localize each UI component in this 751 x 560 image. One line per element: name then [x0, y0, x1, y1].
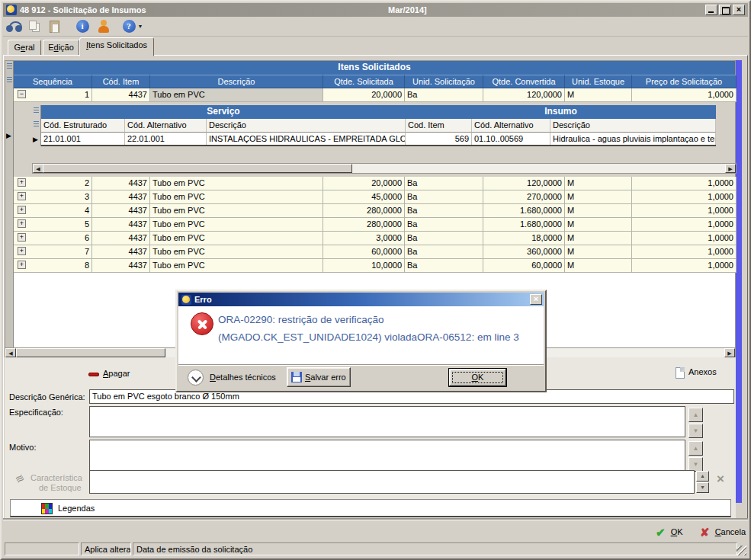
dialog-close-button[interactable]: × [530, 294, 542, 305]
anexos-button[interactable]: Anexos [676, 367, 717, 379]
column-header-cod-estruturado[interactable]: Cód. Estruturado [41, 119, 125, 133]
grid-band-title: Itens Solicitados [14, 61, 735, 75]
copy-icon [29, 21, 41, 33]
expand-row-button[interactable]: + [18, 206, 26, 214]
scroll-left-button[interactable]: ◀ [33, 164, 43, 173]
dropdown-arrow-icon[interactable]: ▼ [138, 24, 143, 29]
table-row[interactable]: +3 4437 Tubo em PVC 45,0000 Ba 270,0000 … [14, 190, 737, 204]
grid-menu-icon[interactable] [34, 107, 39, 114]
spin-up-button[interactable]: ▲ [696, 471, 709, 482]
status-cell-hint: Data de emissão da solicitação [133, 542, 737, 555]
help-icon: ? [123, 20, 136, 33]
error-message-line2: (MGADO.CK_EST_UNIDADE1024) violadaORA-06… [218, 328, 538, 346]
column-header-qtde-solicitada[interactable]: Qtde. Solicitada [323, 75, 405, 88]
expand-row-button[interactable]: + [18, 192, 26, 200]
scroll-right-button[interactable]: ▶ [724, 348, 735, 357]
column-header-preco[interactable]: Preço de Solicitação [632, 75, 737, 88]
toolbar: i ? ▼ [3, 17, 748, 37]
ok-button[interactable]: ✔ OK [656, 526, 683, 539]
table-row[interactable]: +7 4437 Tubo em PVC 60,0000 Ba 360,0000 … [14, 245, 737, 259]
floppy-disk-icon [291, 372, 302, 382]
tab-geral[interactable]: Geral [8, 40, 41, 56]
table-row[interactable]: +2 4437 Tubo em PVC 20,0000 Ba 120,0000 … [14, 177, 737, 190]
clear-caracteristica-button[interactable]: × [717, 472, 724, 487]
user-button[interactable] [95, 19, 113, 34]
column-header-qtde-convertida[interactable]: Qtde. Convertida [483, 75, 565, 88]
caracteristica-label: Característica [30, 473, 82, 482]
scroll-up-button[interactable]: ▲ [688, 408, 703, 422]
detalhes-tecnicos-link[interactable]: Detalhes técnicos [210, 373, 276, 382]
grid-menu-icon[interactable] [7, 63, 12, 70]
column-header-unid-solicitacao[interactable]: Unid. Solicitação [405, 75, 483, 88]
close-button[interactable]: × [733, 5, 745, 15]
salvar-erro-button[interactable]: Salvar erro [287, 367, 351, 387]
help-button[interactable]: ? ▼ [117, 19, 148, 34]
grid-menu-icon[interactable] [7, 77, 12, 84]
dialog-ok-button[interactable]: OK [448, 368, 507, 387]
tab-itens-solicitados[interactable]: Itens Solicitados [79, 37, 154, 56]
column-header-unid-estoque[interactable]: Unid. Estoque [565, 75, 632, 88]
caracteristica-icon [15, 474, 27, 486]
status-bar: Aplica alteraç Data de emissão da solici… [3, 541, 748, 557]
search-button[interactable] [3, 19, 26, 34]
app-icon [6, 5, 17, 15]
column-header-descricao-insumo[interactable]: Descrição [550, 119, 716, 133]
paste-button[interactable] [44, 19, 64, 34]
spin-down-button[interactable]: ▼ [696, 482, 709, 493]
dialog-title-bar: Erro × [178, 293, 544, 306]
column-header-cod-alternativo[interactable]: Cód. Alternativo [125, 119, 207, 133]
scrollbar-thumb[interactable] [16, 348, 165, 357]
expand-row-button[interactable]: + [18, 261, 26, 269]
info-button[interactable]: i [70, 19, 95, 34]
apagar-button[interactable]: Apagar [88, 369, 130, 378]
legendas-bar[interactable]: Legendas [10, 499, 731, 517]
detail-header-row: Cód. Estruturado Cód. Alternativo Descri… [41, 119, 716, 133]
scroll-right-button[interactable]: ▶ [725, 164, 736, 173]
column-header-cod-item-insumo[interactable]: Cod. Item [406, 119, 472, 133]
detail-row[interactable]: 21.01.001 22.01.001 INSTALAÇOES HIDRAULI… [41, 133, 716, 146]
paste-icon [50, 21, 59, 33]
tab-edicao[interactable]: Edição [43, 40, 79, 56]
table-row[interactable]: −1 4437 Tubo em PVC 20,0000 Ba 120,0000 … [14, 88, 737, 102]
grid-menu-icon[interactable] [34, 121, 39, 128]
scroll-left-button[interactable]: ◀ [5, 348, 16, 357]
delete-dash-icon [88, 373, 99, 376]
column-header-cod-alternativo-insumo[interactable]: Cód. Alternativo [472, 119, 550, 133]
resize-grip[interactable] [737, 546, 746, 555]
column-header-cod-item[interactable]: Cód. Item [92, 75, 150, 88]
window-title-period: Mar/2014] [388, 5, 427, 14]
table-row[interactable]: +5 4437 Tubo em PVC 280,0000 Ba 1.680,00… [14, 218, 737, 232]
scroll-down-button[interactable]: ▼ [688, 424, 703, 438]
scroll-up-button[interactable]: ▲ [688, 441, 703, 456]
column-header-sequencia[interactable]: Sequência [14, 75, 92, 88]
cancela-button[interactable]: ✘ Cancela [700, 526, 746, 539]
current-row-marker-icon: ▶ [6, 132, 11, 139]
legendas-label: Legendas [58, 504, 95, 513]
expand-row-button[interactable]: + [18, 219, 26, 228]
band-insumo: Insumo [406, 105, 716, 119]
details-chevron-button[interactable] [188, 370, 204, 386]
copy-button[interactable] [26, 19, 44, 34]
cancel-x-icon: ✘ [700, 526, 710, 539]
detail-horizontal-scrollbar[interactable]: ◀ ▶ [32, 163, 737, 174]
table-row[interactable]: +4 4437 Tubo em PVC 280,0000 Ba 1.680,00… [14, 204, 737, 218]
expand-row-button[interactable]: + [18, 233, 26, 242]
minimize-button[interactable] [705, 5, 717, 15]
table-row[interactable]: +8 4437 Tubo em PVC 10,0000 Ba 60,0000 M… [14, 259, 737, 273]
descricao-generica-label: Descrição Genérica: [9, 392, 85, 402]
scrollbar-thumb[interactable] [43, 164, 352, 173]
detail-indicator-column: ▶ [32, 105, 41, 146]
table-row[interactable]: +6 4437 Tubo em PVC 3,0000 Ba 18,0000 M … [14, 232, 737, 245]
column-header-descricao-servico[interactable]: Descrição [207, 119, 406, 133]
especificacao-textarea[interactable] [89, 406, 685, 437]
collapse-row-button[interactable]: − [18, 90, 26, 98]
expand-row-button[interactable]: + [18, 178, 26, 187]
motivo-label: Motivo: [9, 443, 36, 452]
maximize-button[interactable] [719, 5, 731, 15]
caracteristica-label-2: de Estoque [39, 483, 82, 492]
dialog-app-icon [181, 295, 191, 305]
column-header-descricao[interactable]: Descrição [150, 75, 323, 88]
caracteristica-field[interactable] [89, 470, 695, 494]
motivo-textarea[interactable] [89, 440, 685, 474]
expand-row-button[interactable]: + [18, 247, 26, 255]
